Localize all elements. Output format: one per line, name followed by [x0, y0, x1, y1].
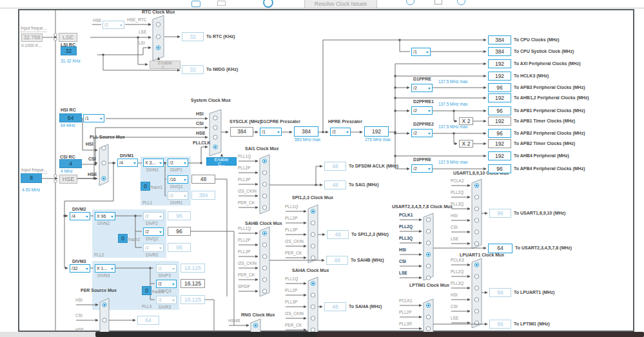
- bus-d2ppre1-div-combo[interactable]: /2: [411, 106, 433, 115]
- lptim1-input-PLL2P[interactable]: [426, 315, 430, 319]
- pll2-rows-q-div-combo[interactable]: /2: [143, 227, 164, 236]
- per-out-field[interactable]: 64: [137, 316, 159, 325]
- sai4b-input-PLL3P[interactable]: [262, 255, 266, 258]
- pll-input-CSI[interactable]: [102, 161, 106, 165]
- pll1-divm-combo[interactable]: /4: [117, 159, 138, 167]
- pll1-fr-field[interactable]: 0: [141, 182, 150, 191]
- panel-icon[interactable]: [217, 1, 226, 6]
- pll2-rows-r-div-combo[interactable]: /2: [143, 244, 164, 252]
- pll3-rows-p-div-combo[interactable]: /2: [156, 264, 177, 273]
- sai1-out1-field[interactable]: 48: [324, 162, 346, 171]
- spi123-input-I2S_CKIN[interactable]: [311, 244, 315, 248]
- rtc-input-LSE[interactable]: [156, 35, 160, 39]
- bus-d2ppre2-div-combo[interactable]: /2: [411, 129, 433, 137]
- pll1-rows-r-val-field[interactable]: 384: [191, 191, 215, 200]
- src-csi_val-field[interactable]: 4: [59, 159, 82, 168]
- pll2-divm-combo[interactable]: /4: [70, 212, 90, 220]
- sai4b-input-I2S_CKIN[interactable]: [262, 266, 266, 270]
- usart2-input-CSI[interactable]: [426, 264, 430, 268]
- bus-out-1[interactable]: 384: [488, 47, 511, 56]
- spi123-input-PER_CK[interactable]: [311, 256, 315, 260]
- usart2-input-LSE[interactable]: [426, 276, 430, 280]
- pll3-rows-r-val-field[interactable]: 16.125: [181, 295, 205, 304]
- src-hsi_div-combo[interactable]: /1: [83, 114, 104, 122]
- rtc-input-HSE_RTC[interactable]: [156, 23, 160, 26]
- bus-x2-field[interactable]: X 2: [459, 117, 473, 125]
- pll3-rows-p-val-field[interactable]: 16.125: [181, 264, 205, 273]
- per-input-CSI[interactable]: [102, 318, 106, 322]
- bus-out-8[interactable]: 96: [488, 129, 511, 138]
- sai4a-input-I2S_CKIN[interactable]: [311, 316, 315, 320]
- sai4a-input-PLL2P[interactable]: [311, 293, 315, 297]
- lpuart1-out-field[interactable]: 96: [489, 288, 511, 297]
- sai1-input-PLL3P[interactable]: [262, 182, 266, 186]
- enable-css-rtc-button[interactable]: Enable C...: [150, 61, 181, 69]
- pll3-rows-q-val-field[interactable]: 16.125: [181, 279, 205, 288]
- hse-source-button[interactable]: HSE: [59, 175, 77, 184]
- pll1-rows-q-div-combo[interactable]: /16: [168, 175, 188, 184]
- pll1-rows-r-div-combo[interactable]: /2: [168, 191, 188, 200]
- pll3-rows-r-div-combo[interactable]: /2: [156, 296, 177, 304]
- spi123-out-field[interactable]: 48: [327, 230, 349, 239]
- usart2-input-PLL2Q[interactable]: [426, 229, 430, 233]
- pll1-rows-p-div-combo[interactable]: /2: [168, 159, 188, 167]
- enable-css-system-button[interactable]: Enable C...: [206, 157, 237, 166]
- lptim1-input-PLL3R[interactable]: [426, 327, 430, 331]
- bus-out-11[interactable]: 96: [488, 164, 511, 173]
- src-lsi_val-field[interactable]: 32: [61, 46, 77, 55]
- sai4b-input-PLL2P[interactable]: [262, 243, 266, 247]
- usart1-out-field[interactable]: 96: [489, 209, 511, 218]
- pll2-divn-combo[interactable]: X 96: [95, 212, 115, 220]
- main-v2-field[interactable]: 384: [294, 126, 318, 137]
- pll2-rows-p-div-combo[interactable]: /2: [143, 212, 164, 220]
- pll3-divn-combo[interactable]: X 1...: [95, 264, 115, 273]
- bus-out-10[interactable]: 192: [488, 151, 511, 160]
- pll2-fr-field[interactable]: 0: [118, 234, 128, 243]
- bus-out-3[interactable]: 192: [488, 72, 511, 81]
- bus-systick_div-combo[interactable]: /1: [411, 48, 431, 56]
- pll2-rows-p-val-field[interactable]: 96: [168, 211, 191, 220]
- window-icon[interactable]: [191, 1, 200, 7]
- usart2-out-field[interactable]: 64: [488, 244, 512, 253]
- main-v3-field[interactable]: 192: [364, 126, 389, 137]
- sai4a-out-field[interactable]: 48: [324, 302, 346, 311]
- pll2-rows-q-val-field[interactable]: 96: [168, 227, 191, 236]
- bus-out-2[interactable]: 192: [488, 59, 511, 68]
- bus-out-7[interactable]: 192: [488, 117, 511, 126]
- lptim1-out-field[interactable]: 96: [489, 320, 511, 329]
- sai1-input-I2S_CKIN[interactable]: [262, 194, 266, 198]
- sai4b-input-SPDIF[interactable]: [262, 289, 266, 293]
- src-hse_val-field[interactable]: 8: [21, 173, 42, 183]
- sys-input-HSI[interactable]: [213, 116, 217, 120]
- fit-view-icon[interactable]: [434, 0, 442, 5]
- bus-out-0[interactable]: 384: [488, 35, 511, 44]
- rtc-iwdg_out-field[interactable]: 32: [182, 65, 204, 74]
- horizontal-scrollbar-thumb[interactable]: [95, 332, 644, 337]
- rtc-div-combo[interactable]: /2: [102, 21, 124, 29]
- pll2-rows-r-val-field[interactable]: 96: [168, 243, 191, 252]
- lpuart1-input-CSI[interactable]: [474, 309, 478, 313]
- src-hsi_val-field[interactable]: 64: [59, 113, 82, 122]
- sai1-out2-field[interactable]: 48: [324, 180, 346, 189]
- usart1-input-CSI[interactable]: [474, 230, 478, 234]
- bus-d1ppre-div-combo[interactable]: /2: [411, 84, 433, 92]
- usart1-input-LSE[interactable]: [474, 242, 478, 246]
- usart1-input-HSI[interactable]: [474, 218, 478, 222]
- sys-input-HSE[interactable]: [213, 135, 217, 139]
- usart2-input-PLL3Q[interactable]: [426, 241, 430, 245]
- main-div2-combo[interactable]: /2: [330, 128, 351, 136]
- usart1-input-PLL2Q[interactable]: [474, 195, 478, 199]
- sai4b-out-field[interactable]: 48: [326, 256, 348, 265]
- pll-input-HSI[interactable]: [102, 146, 106, 150]
- bus-d3ppre-div-combo[interactable]: /2: [411, 164, 433, 173]
- lpuart1-input-HSI[interactable]: [474, 298, 478, 302]
- lpuart1-input-PLL3Q[interactable]: [474, 286, 478, 290]
- sai4b-input-PER_CK[interactable]: [262, 278, 266, 282]
- pll1-rows-q-val-field[interactable]: 48: [191, 175, 215, 184]
- bus-out-5[interactable]: 192: [488, 93, 511, 102]
- main-div1-combo[interactable]: /1: [260, 128, 282, 136]
- bus-x2-field[interactable]: X 2: [459, 140, 473, 148]
- pll3-divm-combo[interactable]: /32: [70, 264, 90, 273]
- resolve-clock-issues-button[interactable]: Resolve Clock Issues: [304, 0, 377, 8]
- usart2-input-PCLK1[interactable]: [426, 218, 430, 222]
